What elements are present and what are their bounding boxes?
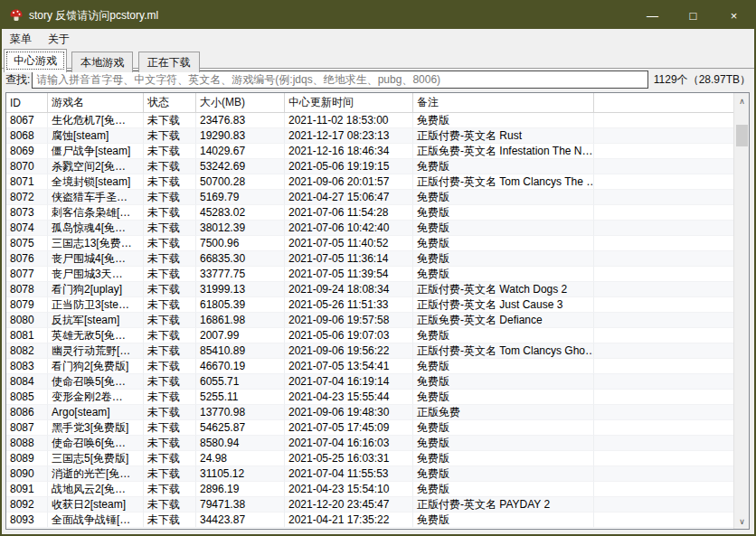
- cell-status: 未下载: [144, 374, 196, 390]
- table-row[interactable]: 8092 收获日2[steam] 未下载 79471.38 2021-12-20…: [6, 497, 733, 512]
- cell-status: 未下载: [144, 436, 196, 451]
- col-status[interactable]: 状态: [144, 93, 196, 112]
- cell-id: 8080: [6, 313, 48, 328]
- cell-filler: [594, 190, 733, 205]
- tab-downloading[interactable]: 正在下载: [138, 52, 200, 72]
- cell-status: 未下载: [144, 221, 196, 236]
- cell-id: 8075: [6, 236, 48, 251]
- cell-status: 未下载: [144, 236, 196, 251]
- tab-local-games[interactable]: 本地游戏: [71, 52, 133, 72]
- scroll-thumb[interactable]: [736, 125, 748, 146]
- table-body: 8067 生化危机7[免… 未下载 23476.83 2021-11-02 18…: [6, 113, 733, 528]
- cell-id: 8072: [6, 190, 48, 205]
- cell-remark: 免费版: [413, 236, 594, 251]
- cell-status: 未下载: [144, 313, 196, 328]
- table-row[interactable]: 8079 正当防卫3[ste… 未下载 61805.39 2021-05-26 …: [6, 297, 733, 313]
- cell-update-time: 2021-07-05 13:54:41: [285, 359, 413, 374]
- cell-size: 53242.69: [196, 159, 285, 174]
- cell-id: 8087: [6, 420, 48, 436]
- cell-game-name: 使命召唤5[免…: [48, 374, 144, 390]
- col-game-name[interactable]: 游戏名: [48, 93, 144, 112]
- tab-center-games[interactable]: 中心游戏: [4, 49, 67, 72]
- table-row[interactable]: 8075 三国志13[免费… 未下载 7500.96 2021-07-05 11…: [6, 236, 733, 251]
- cell-update-time: 2021-09-06 19:57:58: [285, 313, 413, 328]
- table-row[interactable]: 8067 生化危机7[免… 未下载 23476.83 2021-11-02 18…: [6, 113, 733, 128]
- table-row[interactable]: 8069 僵尸战争[steam] 未下载 14029.67 2021-12-16…: [6, 144, 733, 159]
- cell-update-time: 2021-07-04 11:55:53: [285, 466, 413, 482]
- cell-remark: 免费版: [413, 466, 594, 482]
- table-row[interactable]: 8077 丧尸围城3天… 未下载 33777.75 2021-07-05 11:…: [6, 267, 733, 282]
- cell-status: 未下载: [144, 282, 196, 297]
- table-row[interactable]: 8086 Argo[steam] 未下载 13770.98 2021-09-06…: [6, 405, 733, 420]
- close-button[interactable]: ×: [713, 2, 754, 29]
- table-row[interactable]: 8093 全面战争战锤[… 未下载 34423.87 2021-04-21 17…: [6, 512, 733, 528]
- col-update-time[interactable]: 中心更新时间: [285, 93, 413, 112]
- cell-filler: [594, 313, 733, 328]
- table-row[interactable]: 8068 腐蚀[steam] 未下载 19290.83 2021-12-17 0…: [6, 128, 733, 144]
- menu-item-about[interactable]: 关于: [40, 29, 78, 49]
- table-row[interactable]: 8072 侠盗猎车手圣… 未下载 5169.79 2021-04-27 15:0…: [6, 190, 733, 205]
- cell-status: 未下载: [144, 482, 196, 497]
- cell-update-time: 2021-07-05 11:39:54: [285, 267, 413, 282]
- table-row[interactable]: 8078 看门狗2[uplay] 未下载 31999.13 2021-09-24…: [6, 282, 733, 297]
- col-remark[interactable]: 备注: [413, 93, 594, 112]
- col-size[interactable]: 大小(MB): [196, 93, 285, 112]
- cell-game-name: 腐蚀[steam]: [48, 128, 144, 144]
- games-grid: ID 游戏名 状态 大小(MB) 中心更新时间 备注 8067 生化危机7[免……: [6, 93, 733, 529]
- title-bar: story 反馈请访问pcstory.ml — □ ×: [2, 2, 754, 29]
- search-input[interactable]: [32, 71, 647, 89]
- cell-remark: 正版免费-英文名 Defiance: [413, 313, 594, 328]
- cell-remark: 正版付费-英文名 Watch Dogs 2: [413, 282, 594, 297]
- cell-game-name: 收获日2[steam]: [48, 497, 144, 512]
- cell-size: 16861.98: [196, 313, 285, 328]
- cell-status: 未下载: [144, 466, 196, 482]
- table-row[interactable]: 8085 变形金刚2卷… 未下载 5255.11 2021-04-23 15:5…: [6, 390, 733, 405]
- cell-size: 45283.02: [196, 205, 285, 221]
- table-row[interactable]: 8090 消逝的光芒[免… 未下载 31105.12 2021-07-04 11…: [6, 466, 733, 482]
- cell-id: 8071: [6, 174, 48, 190]
- menu-item-menu[interactable]: 菜单: [2, 29, 40, 49]
- cell-filler: [594, 405, 733, 420]
- table-row[interactable]: 8081 英雄无敌5[免… 未下载 2007.99 2021-05-06 19:…: [6, 328, 733, 343]
- cell-id: 8093: [6, 512, 48, 528]
- table-row[interactable]: 8088 使命召唤6[免… 未下载 8580.94 2021-07-04 16:…: [6, 436, 733, 451]
- cell-remark: 免费版: [413, 359, 594, 374]
- cell-filler: [594, 221, 733, 236]
- cell-remark: 正版付费-英文名 Rust: [413, 128, 594, 144]
- cell-status: 未下载: [144, 159, 196, 174]
- cell-status: 未下载: [144, 190, 196, 205]
- cell-id: 8074: [6, 221, 48, 236]
- minimize-button[interactable]: —: [632, 2, 673, 29]
- table-row[interactable]: 8083 看门狗2[免费版] 未下载 46670.19 2021-07-05 1…: [6, 359, 733, 374]
- table-row[interactable]: 8089 三国志5[免费版] 未下载 24.98 2021-05-25 16:0…: [6, 451, 733, 466]
- table-row[interactable]: 8091 战地风云2[免… 未下载 2896.19 2021-04-23 15:…: [6, 482, 733, 497]
- cell-id: 8085: [6, 390, 48, 405]
- scroll-down-button[interactable]: ∨: [734, 513, 750, 529]
- cell-filler: [594, 328, 733, 343]
- table-row[interactable]: 8076 丧尸围城4[免… 未下载 66835.30 2021-07-05 11…: [6, 251, 733, 267]
- cell-id: 8083: [6, 359, 48, 374]
- table-row[interactable]: 8074 孤岛惊魂4[免… 未下载 38012.39 2021-07-06 10…: [6, 221, 733, 236]
- table-row[interactable]: 8070 杀戮空间2[免… 未下载 53242.69 2021-05-06 19…: [6, 159, 733, 174]
- cell-status: 未下载: [144, 297, 196, 313]
- scroll-up-button[interactable]: ∧: [734, 93, 750, 108]
- cell-id: 8088: [6, 436, 48, 451]
- cell-remark: 免费版: [413, 328, 594, 343]
- table-row[interactable]: 8084 使命召唤5[免… 未下载 6055.71 2021-07-04 16:…: [6, 374, 733, 390]
- maximize-button[interactable]: □: [673, 2, 713, 29]
- cell-size: 34423.87: [196, 512, 285, 528]
- table-row[interactable]: 8080 反抗军[steam] 未下载 16861.98 2021-09-06 …: [6, 313, 733, 328]
- table-row[interactable]: 8073 刺客信条枭雄[… 未下载 45283.02 2021-07-06 11…: [6, 205, 733, 221]
- cell-remark: 免费版: [413, 390, 594, 405]
- table-row[interactable]: 8082 幽灵行动荒野[… 未下载 85410.89 2021-09-06 19…: [6, 343, 733, 359]
- table-row[interactable]: 8087 黑手党3[免费版] 未下载 54625.87 2021-07-05 1…: [6, 420, 733, 436]
- col-id[interactable]: ID: [6, 93, 48, 112]
- table-row[interactable]: 8071 全境封锁[steam] 未下载 50700.28 2021-09-06…: [6, 174, 733, 190]
- vertical-scrollbar[interactable]: ∧ ∨: [733, 93, 749, 529]
- cell-size: 5255.11: [196, 390, 285, 405]
- cell-id: 8070: [6, 159, 48, 174]
- cell-remark: 正版付费-英文名 Tom Clancys Gho…: [413, 343, 594, 359]
- cell-game-name: 刺客信条枭雄[…: [48, 205, 144, 221]
- cell-update-time: 2021-04-27 15:06:47: [285, 190, 413, 205]
- cell-update-time: 2021-04-23 15:55:44: [285, 390, 413, 405]
